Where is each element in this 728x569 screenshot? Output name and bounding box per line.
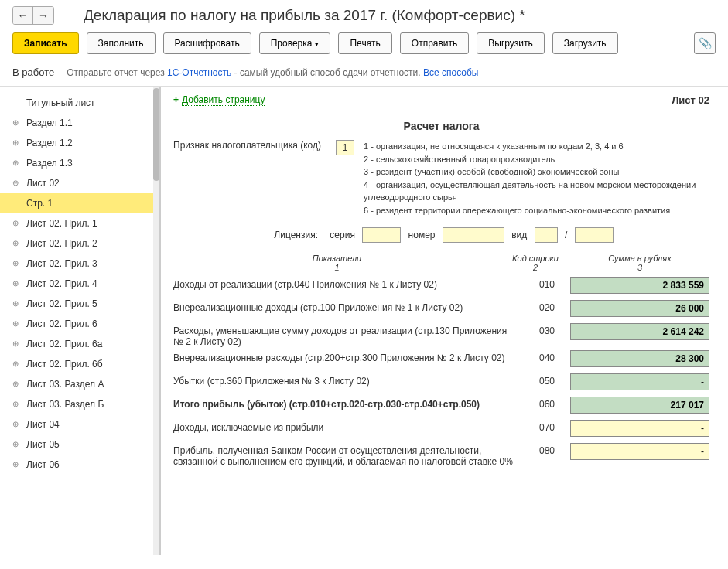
taxpayer-label: Признак налогоплательщика (код) xyxy=(173,140,336,151)
row-value-input[interactable] xyxy=(570,397,709,414)
expand-icon[interactable]: ⊖ xyxy=(12,179,20,186)
tree-item[interactable]: ⊕Лист 02. Прил. 5 xyxy=(0,294,159,314)
expand-icon[interactable]: ⊕ xyxy=(12,400,20,407)
license-serial-input[interactable] xyxy=(362,227,401,243)
tree-item[interactable]: ⊕Лист 05 xyxy=(0,434,159,455)
table-header: Показатели1 Код строки2 Сумма в рублях3 xyxy=(173,254,709,272)
tree-item[interactable]: ⊕Лист 03. Раздел А xyxy=(0,374,159,394)
main-content: +Добавить страницу Лист 02 Расчет налога… xyxy=(161,87,728,555)
tree-item-label: Лист 02. Прил. 6б xyxy=(26,359,103,370)
taxpayer-desc: 1 - организация, не относящаяся к указан… xyxy=(364,140,709,216)
tree-item-label: Лист 02. Прил. 2 xyxy=(26,238,97,249)
scrollbar-thumb[interactable] xyxy=(153,88,159,181)
expand-icon[interactable]: ⊕ xyxy=(12,460,20,468)
row-value-input[interactable] xyxy=(570,300,709,317)
tree-item[interactable]: ⊕Лист 06 xyxy=(0,455,159,475)
add-page-link[interactable]: +Добавить страницу xyxy=(173,94,265,106)
tree-item[interactable]: ⊕Раздел 1.3 xyxy=(0,153,159,173)
tree-item[interactable]: ⊕Лист 02. Прил. 2 xyxy=(0,233,159,254)
expand-icon[interactable]: ⊕ xyxy=(12,319,20,327)
tree-item[interactable]: ⊕Лист 02. Прил. 1 xyxy=(0,213,159,233)
back-button[interactable]: ← xyxy=(13,7,33,24)
expand-icon[interactable]: ⊕ xyxy=(12,279,20,287)
row-value-input[interactable] xyxy=(570,350,709,367)
tree-item-label: Лист 02. Прил. 3 xyxy=(26,258,97,269)
tree-item[interactable]: ⊕Раздел 1.2 xyxy=(0,133,159,153)
table-row: Убытки (стр.360 Приложения № 3 к Листу 0… xyxy=(173,373,709,394)
expand-icon[interactable]: ⊕ xyxy=(12,158,20,166)
tree-item[interactable]: Стр. 1 xyxy=(0,193,159,213)
tree-item[interactable]: ⊕Лист 02. Прил. 6 xyxy=(0,314,159,334)
expand-icon[interactable]: ⊕ xyxy=(12,440,20,448)
tree-item-label: Лист 02. Прил. 4 xyxy=(26,278,97,289)
row-code: 070 xyxy=(524,420,570,433)
row-code: 020 xyxy=(524,300,570,313)
expand-icon[interactable]: ⊕ xyxy=(12,138,20,146)
expand-icon[interactable]: ⊕ xyxy=(12,239,20,247)
expand-icon[interactable]: ⊕ xyxy=(12,299,20,307)
tree-item[interactable]: ⊕Лист 02. Прил. 4 xyxy=(0,274,159,294)
row-code: 010 xyxy=(524,277,570,290)
expand-icon[interactable]: ⊕ xyxy=(12,359,20,367)
row-value-input[interactable] xyxy=(570,420,709,437)
forward-button[interactable]: → xyxy=(33,7,53,24)
plus-icon: + xyxy=(173,94,179,105)
download-button[interactable]: Загрузить xyxy=(552,32,618,54)
check-button[interactable]: Проверка▾ xyxy=(259,32,331,54)
tree-item[interactable]: Титульный лист xyxy=(0,93,159,113)
fill-button[interactable]: Заполнить xyxy=(87,32,156,54)
row-label: Доходы, исключаемые из прибыли xyxy=(173,420,524,433)
link-all-methods[interactable]: Все способы xyxy=(423,67,479,78)
tree-item[interactable]: ⊕Лист 02. Прил. 6б xyxy=(0,354,159,374)
expand-icon[interactable]: ⊕ xyxy=(12,259,20,267)
sheet-title: Лист 02 xyxy=(672,94,709,106)
table-row: Прибыль, полученная Банком России от осу… xyxy=(173,443,709,467)
chevron-down-icon: ▾ xyxy=(315,40,319,48)
license-type-input[interactable] xyxy=(535,227,558,243)
print-button[interactable]: Печать xyxy=(338,32,391,54)
tree-item[interactable]: ⊕Лист 03. Раздел Б xyxy=(0,394,159,414)
expand-icon[interactable]: ⊕ xyxy=(12,219,20,227)
decode-button[interactable]: Расшифровать xyxy=(163,32,251,54)
tree-item-label: Лист 04 xyxy=(26,419,60,430)
tree-item-label: Раздел 1.1 xyxy=(26,118,73,128)
send-button[interactable]: Отправить xyxy=(400,32,470,54)
row-value-input[interactable] xyxy=(570,323,709,340)
license-sub-input[interactable] xyxy=(575,227,614,243)
expand-icon[interactable]: ⊕ xyxy=(12,420,20,428)
tree-item-label: Лист 03. Раздел А xyxy=(26,379,104,390)
row-label: Внереализационные расходы (стр.200+стр.3… xyxy=(173,350,524,363)
tree-item-label: Лист 02 xyxy=(26,178,60,189)
tree-item[interactable]: ⊕Раздел 1.1 xyxy=(0,113,159,133)
license-number-input[interactable] xyxy=(443,227,504,243)
tree-item-label: Титульный лист xyxy=(26,97,95,108)
status-label[interactable]: В работе xyxy=(12,66,54,78)
row-code: 080 xyxy=(524,443,570,456)
link-1c-report[interactable]: 1С-Отчетность xyxy=(167,67,231,78)
status-hint: Отправьте отчет через 1С-Отчетность - са… xyxy=(67,67,478,78)
tree-item[interactable]: ⊕Лист 02. Прил. 6а xyxy=(0,334,159,354)
table-row: Доходы от реализации (стр.040 Приложения… xyxy=(173,277,709,297)
expand-icon[interactable]: ⊕ xyxy=(12,339,20,347)
scrollbar[interactable] xyxy=(153,87,159,555)
row-code: 050 xyxy=(524,373,570,387)
upload-button[interactable]: Выгрузить xyxy=(477,32,545,54)
tree-item[interactable]: ⊕Лист 04 xyxy=(0,414,159,434)
tree-item[interactable]: ⊖Лист 02 xyxy=(0,173,159,193)
tree-item-label: Лист 03. Раздел Б xyxy=(26,399,104,410)
row-value-input[interactable] xyxy=(570,373,709,390)
row-label: Расходы, уменьшающие сумму доходов от ре… xyxy=(173,323,524,347)
row-value-input[interactable] xyxy=(570,443,709,460)
save-button[interactable]: Записать xyxy=(12,32,79,54)
row-code: 030 xyxy=(524,323,570,336)
expand-icon[interactable]: ⊕ xyxy=(12,118,20,126)
nav-arrows: ← → xyxy=(12,6,54,25)
taxpayer-code-input[interactable]: 1 xyxy=(336,140,354,155)
expand-icon[interactable]: ⊕ xyxy=(12,380,20,387)
tree-item-label: Стр. 1 xyxy=(26,198,53,209)
table-row: Итого прибыль (убыток) (стр.010+стр.020-… xyxy=(173,397,709,417)
attach-button[interactable]: 📎 xyxy=(694,32,716,54)
row-value-input[interactable] xyxy=(570,277,709,294)
tree-item[interactable]: ⊕Лист 02. Прил. 3 xyxy=(0,254,159,274)
section-title: Расчет налога xyxy=(173,120,709,132)
